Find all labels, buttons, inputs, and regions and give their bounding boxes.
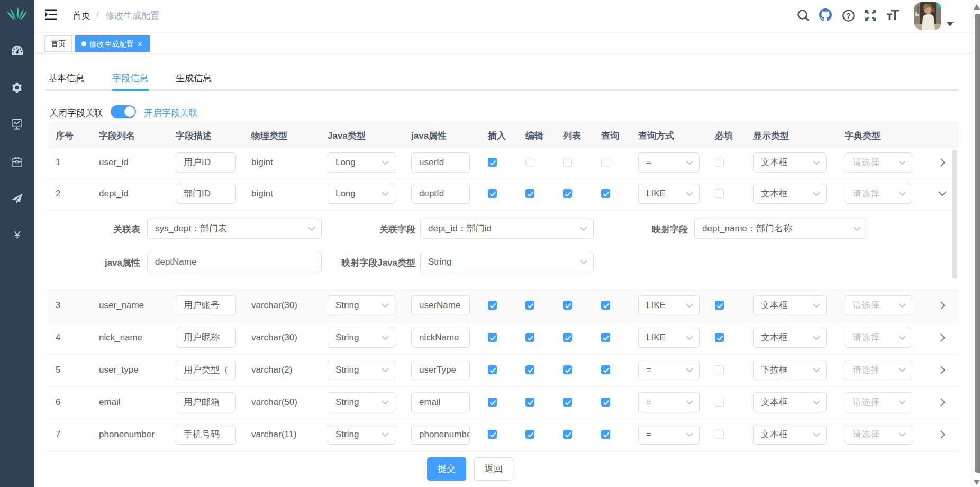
- svg-text:?: ?: [846, 12, 851, 20]
